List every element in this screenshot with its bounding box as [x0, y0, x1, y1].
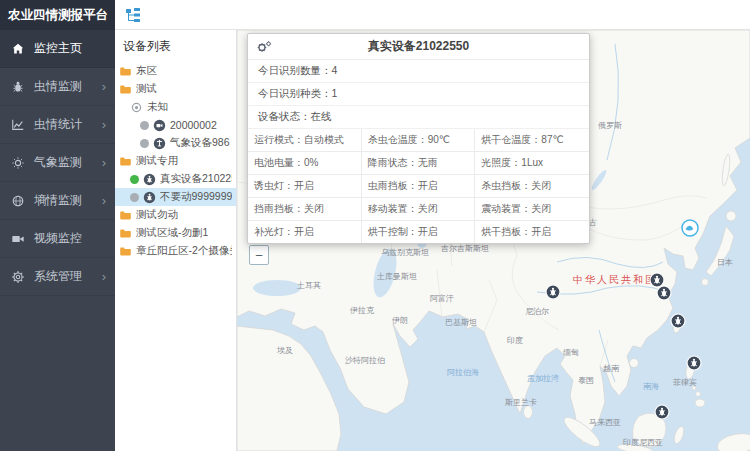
sidebar-item-monitor-home[interactable]: 监控主页 [0, 30, 115, 68]
chevron-right-icon: › [102, 118, 106, 131]
sidebar-item-label: 虫情监测 [34, 78, 82, 95]
folder-icon [119, 65, 132, 78]
sidebar-item-label: 系统管理 [34, 268, 82, 285]
sidebar: 农业四情测报平台 监控主页 虫情监测 › 虫情统计 › 气象监测 [0, 0, 115, 451]
status-offline-dot [130, 193, 139, 202]
home-icon [11, 42, 25, 56]
folder-icon [119, 245, 132, 258]
status-cell: 虫雨挡板：开启 [362, 175, 476, 198]
main-area: 设备列表 东区 测试 未知 20000002 [115, 0, 750, 451]
status-cell: 光照度：1Lux [475, 152, 589, 175]
status-offline-dot [140, 121, 149, 130]
sidebar-item-label: 监控主页 [34, 40, 82, 57]
popup-header: 真实设备21022550 [248, 34, 589, 60]
status-offline-dot [140, 139, 149, 148]
status-cell: 诱虫灯：开启 [248, 175, 362, 198]
china-label: 中华人民共和国 [573, 273, 657, 287]
today-count-line: 今日识别数量：4 [248, 60, 589, 83]
sidebar-item-label: 视频监控 [34, 230, 82, 247]
group-icon [130, 101, 143, 114]
status-cell: 烘干控制：开启 [362, 221, 476, 243]
tree-folder-test[interactable]: 测试 [115, 80, 236, 98]
device-marker[interactable] [545, 284, 561, 300]
app-root: 农业四情测报平台 监控主页 虫情监测 › 虫情统计 › 气象监测 [0, 0, 750, 451]
device-status-table: 运行模式：自动模式 杀虫仓温度：90℃ 烘干仓温度：87℃ 电池电量：0% 降雨… [248, 129, 589, 243]
status-cell: 补光灯：开启 [248, 221, 362, 243]
status-cell: 烘干仓温度：87℃ [475, 129, 589, 152]
folder-icon [119, 83, 132, 96]
status-cell: 震动装置：关闭 [475, 198, 589, 221]
device-status-line: 设备状态：在线 [248, 106, 589, 129]
folder-icon [119, 209, 132, 222]
tree-toggle-icon[interactable] [125, 7, 141, 23]
status-cell: 降雨状态：无雨 [362, 152, 476, 175]
sidebar-item-soil-monitor[interactable]: 墒情监测 › [0, 182, 115, 220]
app-title: 农业四情测报平台 [0, 0, 115, 30]
device-marker[interactable] [686, 355, 702, 371]
tree-device-donottouch[interactable]: 不要动99999999 [115, 188, 236, 206]
device-info-popup: 真实设备21022550 今日识别数量：4 今日识别种类：1 设备状态：在线 运… [247, 33, 590, 244]
sidebar-item-insect-monitor[interactable]: 虫情监测 › [0, 68, 115, 106]
tree-device-camera[interactable]: 20000002 [115, 116, 236, 134]
tree-group-unknown[interactable]: 未知 [115, 98, 236, 116]
status-cell: 运行模式：自动模式 [248, 129, 362, 152]
content: 设备列表 东区 测试 未知 20000002 [115, 30, 750, 451]
topbar [115, 0, 750, 30]
device-list-panel: 设备列表 东区 测试 未知 20000002 [115, 30, 237, 451]
bug-icon [11, 80, 25, 94]
globe-icon [11, 194, 25, 208]
chevron-right-icon: › [102, 194, 106, 207]
gear-icon [11, 270, 25, 284]
status-cell: 电池电量：0% [248, 152, 362, 175]
tree-device-real-21022550[interactable]: 真实设备21022550 [115, 170, 236, 188]
tree-folder-test-nomove[interactable]: 测试勿动 [115, 206, 236, 224]
device-list-title: 设备列表 [115, 35, 236, 62]
tree-folder-test-region[interactable]: 测试区域-勿删1 [115, 224, 236, 242]
tree-folder-east[interactable]: 东区 [115, 62, 236, 80]
device-marker[interactable] [654, 404, 670, 420]
camera-device-icon [153, 119, 166, 132]
sidebar-item-system-mgmt[interactable]: 系统管理 › [0, 258, 115, 296]
map-canvas[interactable]: 中华人民共和国 + − 真实设备21022550 今日识别数量：4 今日识别 [237, 30, 750, 451]
today-species-line: 今日识别种类：1 [248, 83, 589, 106]
status-cell: 烘干挡板：开启 [475, 221, 589, 243]
insect-lamp-icon [143, 191, 156, 204]
status-online-dot [130, 175, 139, 184]
sidebar-item-weather-monitor[interactable]: 气象监测 › [0, 144, 115, 182]
tree-device-weather-station[interactable]: 气象设备986 [115, 134, 236, 152]
sidebar-item-label: 气象监测 [34, 154, 82, 171]
weather-icon [11, 156, 25, 170]
settings-gears-icon[interactable] [256, 40, 272, 57]
chevron-right-icon: › [102, 80, 106, 93]
sidebar-item-label: 墒情监测 [34, 192, 82, 209]
zoom-out-button[interactable]: − [249, 245, 269, 265]
device-marker[interactable] [670, 313, 686, 329]
device-marker[interactable] [656, 285, 672, 301]
chart-icon [11, 118, 25, 132]
tree-folder-test-special[interactable]: 测试专用 [115, 152, 236, 170]
status-cell: 移动装置：关闭 [362, 198, 476, 221]
tree-folder-zhangqiu[interactable]: 章丘阳丘区-2个摄像头 [115, 242, 236, 260]
status-cell: 挡雨挡板：关闭 [248, 198, 362, 221]
sidebar-item-label: 虫情统计 [34, 116, 82, 133]
video-camera-icon [11, 232, 25, 246]
weather-station-icon [153, 137, 166, 150]
folder-open-icon [119, 155, 132, 168]
sidebar-item-insect-stats[interactable]: 虫情统计 › [0, 106, 115, 144]
cluster-marker[interactable] [681, 219, 697, 235]
popup-title: 真实设备21022550 [368, 38, 469, 55]
status-cell: 杀虫挡板：关闭 [475, 175, 589, 198]
chevron-right-icon: › [102, 270, 106, 283]
insect-lamp-icon [143, 173, 156, 186]
folder-icon [119, 227, 132, 240]
sidebar-item-video-monitor[interactable]: 视频监控 [0, 220, 115, 258]
chevron-right-icon: › [102, 156, 106, 169]
status-cell: 杀虫仓温度：90℃ [362, 129, 476, 152]
